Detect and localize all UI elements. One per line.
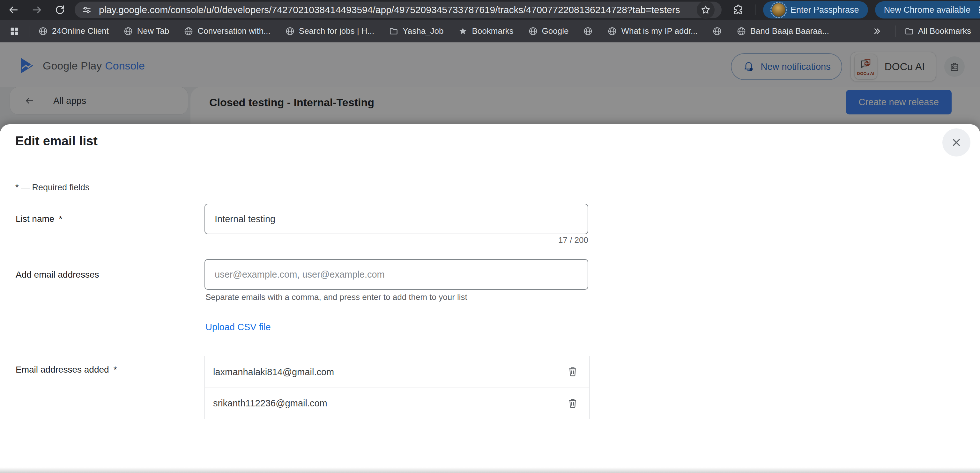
- folder-icon: [389, 27, 398, 36]
- list-name-required-mark: *: [59, 214, 62, 224]
- globe-icon: [285, 27, 295, 36]
- toolbar-separator: [755, 5, 756, 15]
- edit-email-list-dialog: Edit email list * — Required fields List…: [0, 124, 980, 473]
- globe-icon: [38, 27, 48, 36]
- required-fields-note: * — Required fields: [15, 183, 90, 192]
- profile-avatar: [772, 3, 785, 17]
- star-outline-icon: [700, 5, 711, 15]
- url-text: play.google.com/console/u/0/developers/7…: [99, 5, 695, 15]
- back-icon: [8, 4, 19, 16]
- screen: play.google.com/console/u/0/developers/7…: [0, 0, 980, 473]
- all-bookmarks-label: All Bookmarks: [918, 26, 971, 36]
- bookmarks-list: 24Online ClientNew TabConversation with.…: [38, 26, 844, 36]
- bookmark-label: New Tab: [137, 26, 169, 36]
- bookmark-label: Conversation with...: [197, 26, 270, 36]
- add-emails-input[interactable]: [205, 259, 588, 290]
- kebab-menu-icon: [975, 5, 980, 15]
- modal-footer-edge: [0, 467, 980, 473]
- star-icon: [458, 27, 468, 36]
- email-address: laxmanhalaki814@gmail.com: [213, 367, 564, 378]
- trash-icon: [566, 366, 579, 378]
- enter-passphrase-chip[interactable]: Enter Passphrase: [763, 1, 868, 19]
- forward-icon: [31, 4, 43, 16]
- reload-icon: [54, 4, 66, 16]
- all-bookmarks-button[interactable]: All Bookmarks: [904, 26, 971, 36]
- upload-csv-link[interactable]: Upload CSV file: [205, 322, 271, 332]
- bookmarks-separator-2: [895, 25, 896, 37]
- bookmark-label: Google: [542, 26, 569, 36]
- site-settings-icon: [82, 5, 92, 15]
- browser-toolbar: play.google.com/console/u/0/developers/7…: [0, 0, 980, 20]
- list-name-input[interactable]: [205, 204, 588, 234]
- bookmark-item[interactable]: Yasha_Job: [389, 26, 444, 36]
- close-dialog-button[interactable]: [942, 129, 970, 157]
- folder-icon: [904, 27, 914, 36]
- email-address: srikanth112236@gmail.com: [213, 398, 564, 409]
- bookmark-label: Band Baaja Baaraa...: [750, 26, 829, 36]
- bookmark-label: Yasha_Job: [402, 26, 444, 36]
- globe-icon: [712, 27, 722, 36]
- dialog-title: Edit email list: [15, 134, 98, 148]
- globe-icon: [528, 27, 538, 36]
- bookmark-item[interactable]: [583, 27, 593, 36]
- back-button[interactable]: [5, 2, 22, 18]
- add-emails-label: Add email addresses: [16, 270, 99, 280]
- email-row: laxmanhalaki814@gmail.com: [205, 356, 589, 387]
- list-name-label-text: List name: [16, 214, 54, 224]
- new-chrome-label: New Chrome available: [884, 5, 971, 15]
- character-counter: 17 / 200: [205, 235, 588, 245]
- chevron-double-right-icon: [872, 27, 882, 36]
- bookmarks-bar: 24Online ClientNew TabConversation with.…: [0, 20, 980, 42]
- emails-added-label: Email addresses added*: [16, 365, 117, 375]
- email-list: laxmanhalaki814@gmail.com srikanth112236…: [205, 356, 590, 419]
- add-emails-helper-text: Separate emails with a comma, and press …: [205, 292, 467, 302]
- delete-email-button[interactable]: [564, 395, 582, 413]
- bookmark-item[interactable]: New Tab: [124, 26, 169, 36]
- bookmark-item[interactable]: Conversation with...: [184, 26, 270, 36]
- list-name-label: List name*: [16, 214, 62, 224]
- email-row: srikanth112236@gmail.com: [205, 387, 589, 419]
- bookmarks-separator: [29, 25, 29, 37]
- emails-added-label-text: Email addresses added: [16, 365, 109, 375]
- bookmark-star-button[interactable]: [697, 1, 714, 19]
- enter-passphrase-label: Enter Passphrase: [791, 5, 859, 15]
- bookmark-item[interactable]: Band Baaja Baaraa...: [737, 26, 829, 36]
- trash-icon: [566, 397, 579, 410]
- globe-icon: [583, 27, 593, 36]
- bookmark-item[interactable]: Search for jobs | H...: [285, 26, 374, 36]
- apps-grid-button[interactable]: [9, 26, 20, 37]
- bookmark-item[interactable]: [712, 27, 722, 36]
- bookmark-item[interactable]: What is my IP addr...: [608, 26, 697, 36]
- bookmark-item[interactable]: Bookmarks: [458, 26, 513, 36]
- globe-icon: [608, 27, 617, 36]
- new-chrome-chip[interactable]: New Chrome available: [875, 1, 980, 19]
- bookmark-label: Search for jobs | H...: [299, 26, 374, 36]
- bookmark-label: What is my IP addr...: [621, 26, 697, 36]
- forward-button[interactable]: [29, 2, 45, 18]
- close-icon: [950, 137, 963, 149]
- address-bar[interactable]: play.google.com/console/u/0/developers/7…: [75, 2, 722, 18]
- reload-button[interactable]: [52, 2, 68, 18]
- extensions-button[interactable]: [729, 1, 747, 19]
- puzzle-icon: [732, 4, 744, 16]
- bookmark-item[interactable]: 24Online Client: [38, 26, 109, 36]
- globe-icon: [124, 27, 133, 36]
- bookmark-item[interactable]: Google: [528, 26, 569, 36]
- emails-added-required-mark: *: [114, 365, 117, 375]
- delete-email-button[interactable]: [564, 363, 582, 381]
- apps-grid-icon: [9, 26, 20, 37]
- bookmarks-right: All Bookmarks: [868, 22, 971, 40]
- bookmark-label: Bookmarks: [472, 26, 513, 36]
- bookmark-label: 24Online Client: [52, 26, 109, 36]
- globe-icon: [737, 27, 746, 36]
- bookmarks-overflow-button[interactable]: [868, 22, 886, 40]
- globe-icon: [184, 27, 193, 36]
